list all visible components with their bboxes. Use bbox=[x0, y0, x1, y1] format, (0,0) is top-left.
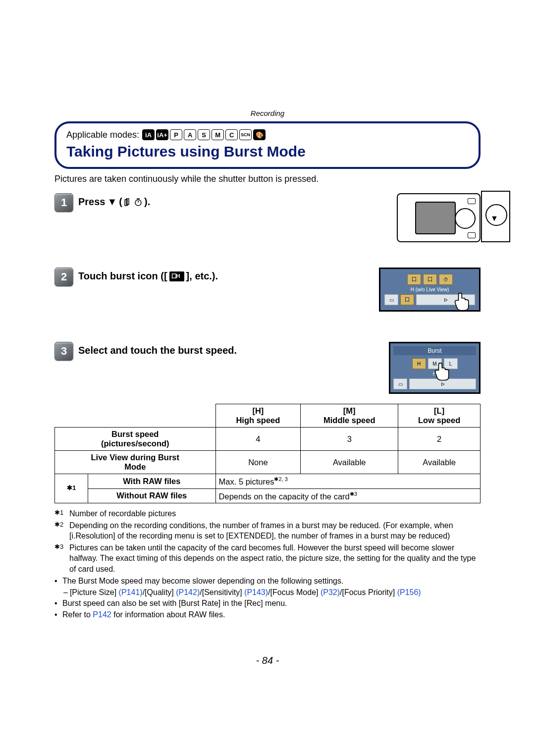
footnote-2: ✱2 Depending on the recording conditions… bbox=[54, 520, 481, 541]
camera-back-illustration bbox=[397, 193, 481, 242]
footnotes: ✱1 Number of recordable pictures ✱2 Depe… bbox=[54, 508, 481, 620]
lcd-header: Burst bbox=[393, 346, 476, 355]
mode-icon-s: S bbox=[198, 129, 210, 140]
lcd-btn-small: ▭ bbox=[393, 378, 407, 389]
down-arrow-icon: ▼ bbox=[107, 196, 117, 208]
col-l-header: [L] Low speed bbox=[398, 404, 481, 428]
cell-m-lv: Available bbox=[301, 451, 398, 474]
row-without-raw: Without RAW files bbox=[88, 488, 216, 503]
step-2-row: 2 Touch burst icon ([ ], etc.). 囗 囗 ⏱ H … bbox=[54, 268, 481, 332]
lcd-btn: 囗 bbox=[407, 274, 421, 285]
cell-m-speed: 3 bbox=[301, 428, 398, 451]
mode-icon-c: C bbox=[225, 129, 238, 140]
step-3-image: Burst H M L H ▭ ᐅ bbox=[362, 342, 481, 394]
row-with-raw: With RAW files bbox=[88, 474, 216, 489]
page-ref-p141[interactable]: (P141) bbox=[119, 588, 143, 596]
cell-h-speed: 4 bbox=[215, 428, 301, 451]
page-ref-p142b[interactable]: P142 bbox=[93, 610, 111, 619]
lcd-btn: 囗 bbox=[423, 274, 437, 285]
mode-icon-ia-plus: iA+ bbox=[156, 129, 168, 140]
col-m-header: [M] Middle speed bbox=[301, 404, 398, 428]
lcd-screenshot-3: Burst H M L H ▭ ᐅ bbox=[389, 342, 481, 394]
step-1-text: Press ▼ ( ). bbox=[78, 193, 150, 208]
row-burst-speed: Burst speed (pictures/second) bbox=[55, 428, 216, 451]
row-merge-marker: ✱1 bbox=[55, 474, 88, 503]
step-2-image: 囗 囗 ⏱ H (w/o Live View) ▭ 囗 ᐅ bbox=[362, 268, 481, 312]
mode-icon-p: P bbox=[170, 129, 182, 140]
page-title: Taking Pictures using Burst Mode bbox=[66, 143, 469, 160]
lcd-btn-selected: 囗 bbox=[400, 294, 414, 305]
footnote-1: ✱1 Number of recordable pictures bbox=[54, 508, 481, 519]
cell-without-raw: Depends on the capacity of the card✱3 bbox=[215, 488, 480, 503]
title-frame: Applicable modes: iA iA+ P A S M C SCN 🎨… bbox=[54, 121, 481, 169]
step-3-text: Select and touch the burst speed. bbox=[78, 342, 237, 356]
footnote-3: ✱3 Pictures can be taken until the capac… bbox=[54, 542, 481, 575]
page-ref-p32[interactable]: (P32) bbox=[321, 588, 340, 596]
hand-pointer-icon bbox=[452, 290, 474, 313]
manual-page: Recording Applicable modes: iA iA+ P A S… bbox=[0, 0, 535, 756]
row-live-view: Live View during Burst Mode bbox=[55, 451, 216, 474]
step-1-image: ▼ bbox=[362, 193, 481, 242]
step-2-badge: 2 bbox=[54, 268, 73, 286]
mode-icon-a: A bbox=[184, 129, 196, 140]
intro-text: Pictures are taken continuously while th… bbox=[54, 174, 481, 184]
step-1-badge: 1 bbox=[54, 193, 73, 212]
lcd-btn-h: H bbox=[412, 358, 426, 369]
page-number: - 84 - bbox=[54, 655, 481, 666]
page-ref-p142[interactable]: (P142) bbox=[176, 588, 200, 596]
lcd-btn-small: ▭ bbox=[384, 294, 398, 305]
bullet-3: • Refer to P142 for information about RA… bbox=[54, 609, 481, 620]
page-ref-p156[interactable]: (P156) bbox=[397, 588, 421, 596]
hand-pointer-icon bbox=[432, 360, 454, 382]
mode-icon-ia: iA bbox=[142, 129, 155, 140]
lcd-screenshot-2: 囗 囗 ⏱ H (w/o Live View) ▭ 囗 ᐅ bbox=[379, 268, 481, 312]
cell-l-lv: Available bbox=[398, 451, 481, 474]
mode-icon-m: M bbox=[212, 129, 224, 140]
mode-icon-scn: SCN bbox=[239, 129, 252, 140]
lcd-btn: ⏱ bbox=[439, 274, 453, 285]
burst-h-icon bbox=[169, 271, 184, 281]
col-h-header: [H] High speed bbox=[215, 404, 301, 428]
step-2-text: Touch burst icon ([ ], etc.). bbox=[78, 268, 218, 282]
applicable-modes-label: Applicable modes: bbox=[66, 130, 139, 140]
step-1-row: 1 Press ▼ ( ). bbox=[54, 193, 481, 258]
burst-speed-table: [H] High speed [M] Middle speed [L] Low … bbox=[54, 404, 481, 503]
bullet-2: • Burst speed can also be set with [Burs… bbox=[54, 598, 481, 609]
page-ref-p143[interactable]: (P143) bbox=[244, 588, 268, 596]
section-header: Recording bbox=[54, 109, 481, 117]
bullet-1: • The Burst Mode speed may become slower… bbox=[54, 576, 481, 587]
step-3-row: 3 Select and touch the burst speed. Burs… bbox=[54, 342, 481, 394]
dial-wheel-illustration: ▼ bbox=[481, 191, 510, 242]
applicable-modes-row: Applicable modes: iA iA+ P A S M C SCN 🎨 bbox=[66, 129, 469, 140]
burst-timer-icon bbox=[124, 198, 142, 206]
cell-h-lv: None bbox=[215, 451, 301, 474]
mode-icons-group: iA iA+ P A S M C SCN 🎨 bbox=[142, 129, 266, 140]
bullet-1-sub: – [Picture Size] (P141)/[Quality] (P142)… bbox=[54, 587, 481, 598]
cell-with-raw: Max. 5 pictures✱2, 3 bbox=[215, 474, 480, 489]
cell-l-speed: 2 bbox=[398, 428, 481, 451]
step-3-badge: 3 bbox=[54, 342, 73, 361]
mode-icon-creative: 🎨 bbox=[253, 129, 266, 140]
